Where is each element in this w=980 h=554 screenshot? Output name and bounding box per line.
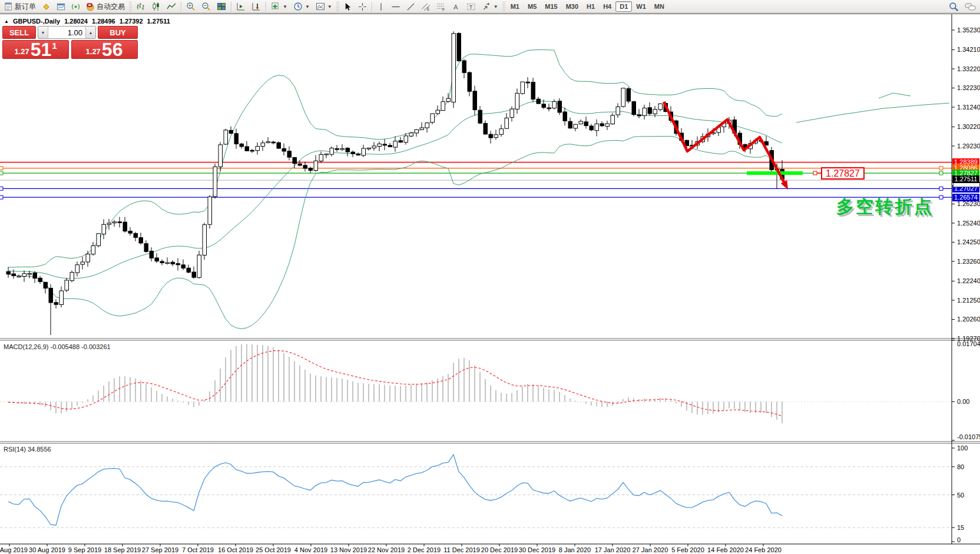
price-callout-label[interactable]: 1.27827 xyxy=(821,167,865,180)
line-handle[interactable] xyxy=(0,187,3,190)
chart-symbol-header: ▲ GBPUSD-,Daily 1.28024 1.28496 1.27392 … xyxy=(4,18,173,25)
timeframe-button-MN[interactable]: MN xyxy=(650,1,668,12)
callout-handle[interactable] xyxy=(813,171,817,175)
svg-text:A: A xyxy=(453,3,458,10)
timeframe-button-H4[interactable]: H4 xyxy=(599,1,615,12)
timeframe-button-M15[interactable]: M15 xyxy=(541,1,561,12)
channel-tool-button[interactable]: E xyxy=(418,0,433,13)
timeframe-button-M1[interactable]: M1 xyxy=(506,1,524,12)
date-label: 24 Feb 2020 xyxy=(745,546,782,553)
date-label: 30 Dec 2019 xyxy=(519,546,555,553)
bar-chart-button[interactable] xyxy=(133,0,148,13)
date-label: 16 Oct 2019 xyxy=(218,546,253,553)
arrows-tool-button[interactable]: ▼ xyxy=(479,0,501,13)
rsi-tick-label: 100 xyxy=(957,444,968,452)
buy-button[interactable]: BUY xyxy=(98,26,138,39)
band-extension-1 xyxy=(879,93,911,98)
date-label: 30 Aug 2019 xyxy=(29,546,65,553)
new-order-icon xyxy=(4,2,13,11)
candle-chart-button[interactable] xyxy=(148,0,164,13)
vline-tool-button[interactable] xyxy=(374,0,388,13)
hline-tool-button[interactable] xyxy=(388,0,403,13)
timeframe-button-W1[interactable]: W1 xyxy=(632,1,650,12)
ohlc-high: 1.28496 xyxy=(92,18,115,25)
new-order-button[interactable]: 新订单 xyxy=(1,0,39,13)
chat-icon[interactable] xyxy=(965,2,976,12)
price-tick-label: 1.26230 xyxy=(957,200,980,208)
zoom-in-button[interactable] xyxy=(183,0,198,13)
cursor-tool-button[interactable] xyxy=(340,0,355,13)
date-label: 2 Dec 2019 xyxy=(408,546,441,553)
line-handle[interactable] xyxy=(939,187,943,190)
svg-text:E: E xyxy=(427,7,430,11)
timeframe-button-D1[interactable]: D1 xyxy=(615,1,632,12)
signals-button[interactable] xyxy=(68,0,83,13)
tile-windows-button[interactable] xyxy=(214,0,229,13)
timeframe-group: M1M5M15M30H1H4D1W1MN xyxy=(506,2,668,11)
autotrade-icon xyxy=(86,2,95,11)
autotrade-button[interactable]: 自动交易 xyxy=(83,0,128,13)
date-label: 4 Nov 2019 xyxy=(294,546,327,553)
buy-price-small: 1.27 xyxy=(86,47,101,56)
dropdown-caret-icon: ▼ xyxy=(305,4,310,9)
template-icon xyxy=(316,2,325,11)
volume-increase-button[interactable]: ▲ xyxy=(85,26,95,38)
search-icon[interactable] xyxy=(949,2,959,12)
macd-tick-label: 0.017043 xyxy=(957,340,980,348)
profile-diamond-icon xyxy=(42,2,51,11)
price-chart[interactable] xyxy=(0,0,980,554)
bar-chart-icon xyxy=(136,2,145,11)
zoom-in-icon xyxy=(186,2,196,11)
one-click-trading-panel: SELL ▼ 1.00 ▲ BUY 1.27511 1.2756 xyxy=(2,26,138,59)
sell-button[interactable]: SELL xyxy=(2,26,36,39)
date-label: 25 Oct 2019 xyxy=(256,546,291,553)
mt4-window: 新订单 自动交易 xyxy=(0,0,980,554)
market-watch-button[interactable] xyxy=(54,0,68,13)
trendline-tool-button[interactable] xyxy=(403,0,418,13)
text-label-icon: T xyxy=(466,2,476,11)
periods-button[interactable]: ▼ xyxy=(290,0,313,13)
chart-shift-button[interactable] xyxy=(233,0,249,13)
line-handle[interactable] xyxy=(939,167,943,170)
timeframe-button-M30[interactable]: M30 xyxy=(562,1,582,12)
tile-windows-icon xyxy=(217,2,226,11)
date-label: 27 Sep 2019 xyxy=(142,546,178,553)
date-label: 22 Nov 2019 xyxy=(368,546,405,553)
line-handle[interactable] xyxy=(0,195,3,199)
arrow-shapes-icon xyxy=(482,2,491,11)
volume-decrease-button[interactable]: ▼ xyxy=(38,26,48,38)
autotrade-label: 自动交易 xyxy=(97,2,125,12)
sell-price[interactable]: 1.27511 xyxy=(2,40,69,59)
line-handle[interactable] xyxy=(0,171,3,175)
date-label: 14 Feb 2020 xyxy=(707,546,744,553)
price-tick-label: 1.22240 xyxy=(957,277,980,285)
text-tool-button[interactable]: A xyxy=(449,0,463,13)
fibonacci-tool-button[interactable]: F xyxy=(433,0,449,13)
line-handle[interactable] xyxy=(939,195,943,199)
sell-price-sup: 1 xyxy=(52,41,57,51)
line-handle[interactable] xyxy=(939,171,943,175)
chart-autoscroll-button[interactable] xyxy=(249,0,264,13)
profiles-button[interactable] xyxy=(39,0,54,13)
templates-button[interactable]: ▼ xyxy=(313,0,335,13)
date-label: 5 Feb 2020 xyxy=(671,546,704,553)
add-indicator-button[interactable]: ▼ xyxy=(268,0,290,13)
line-handle[interactable] xyxy=(0,167,3,170)
bollinger-upper-band xyxy=(8,50,782,268)
timeframe-button-H1[interactable]: H1 xyxy=(582,1,599,12)
buy-price[interactable]: 1.2756 xyxy=(71,40,138,59)
crosshair-tool-button[interactable] xyxy=(355,0,370,13)
turning-point-annotation[interactable]: 多空转折点 xyxy=(836,195,933,219)
date-label: 11 Dec 2019 xyxy=(443,546,480,553)
collapse-triangle-icon[interactable]: ▲ xyxy=(4,19,9,24)
date-label: 18 Sep 2019 xyxy=(104,546,141,553)
label-tool-button[interactable]: T xyxy=(463,0,479,13)
macd-label: MACD(12,26,9) -0.005488 -0.003261 xyxy=(4,343,111,350)
line-chart-button[interactable] xyxy=(164,0,179,13)
zoom-out-button[interactable] xyxy=(198,0,214,13)
volume-input[interactable]: 1.00 xyxy=(48,26,85,38)
toolbar-separator xyxy=(372,2,372,12)
timeframe-button-M5[interactable]: M5 xyxy=(524,1,541,12)
chart-autoscroll-icon xyxy=(251,2,261,11)
rsi-tick-label: 80 xyxy=(957,463,964,471)
